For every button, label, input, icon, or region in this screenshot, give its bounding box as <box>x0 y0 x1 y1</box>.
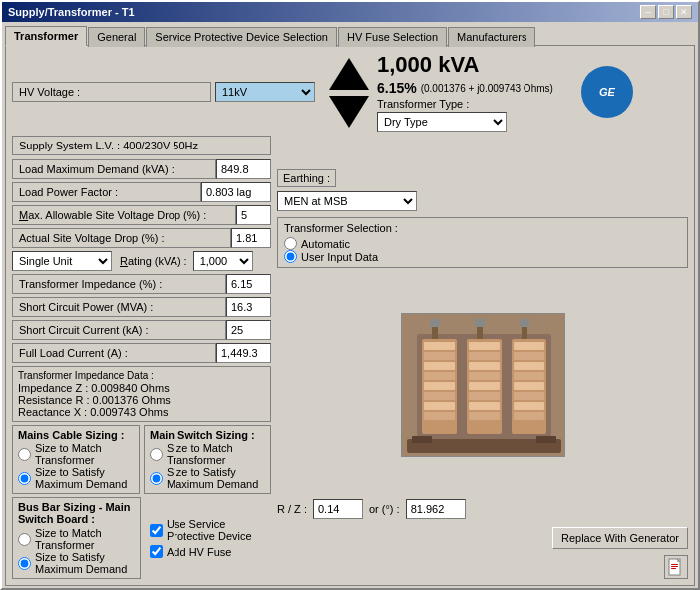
add-hv-fuse-checkbox-row: Add HV Fuse <box>150 545 266 558</box>
transformer-selection-user-input-radio[interactable] <box>284 250 297 263</box>
left-column: Load Maximum Demand (kVA) : 849.8 Load P… <box>12 159 271 579</box>
transformer-selection-automatic-row: Automatic <box>284 237 681 250</box>
replace-generator-button[interactable]: Replace With Generator <box>552 527 688 549</box>
load-max-demand-row: Load Maximum Demand (kVA) : 849.8 <box>12 159 271 179</box>
title-bar-buttons: ─ □ ✕ <box>640 5 692 19</box>
main-content: HV Voltage : 11kV 1,000 kVA 6.15% (0.001… <box>5 45 695 586</box>
tab-transformer[interactable]: Transformer <box>5 26 87 46</box>
transformer-type-select[interactable]: Dry Type <box>377 112 507 132</box>
load-pf-row: Load Power Factor : 0.803 lag <box>12 182 271 202</box>
svg-rect-9 <box>424 402 455 410</box>
busbar-checkboxes-row: Bus Bar Sizing - Main Switch Board : Siz… <box>12 497 271 579</box>
bus-bar-radio-2[interactable] <box>18 557 31 570</box>
ge-logo: GE <box>581 66 633 118</box>
max-voltage-drop-value: 5 <box>241 209 247 221</box>
rating-select[interactable]: 1,000 <box>193 251 253 271</box>
maximize-button[interactable]: □ <box>658 5 674 19</box>
actual-voltage-drop-value: 1.81 <box>236 232 257 244</box>
main-switch-radio-2[interactable] <box>150 472 163 485</box>
bottom-sections-row: Mains Cable Sizing : Size to Match Trans… <box>12 425 271 494</box>
mains-cable-option1: Size to Match Transformer <box>18 442 134 466</box>
actual-voltage-drop-row: Actual Site Voltage Drop (%) : 1.81 <box>12 228 271 248</box>
impedance-z: Impedance Z : 0.009840 Ohms <box>18 382 265 394</box>
rating-label: Rating (kVA) : <box>120 255 187 267</box>
svg-rect-41 <box>671 564 678 565</box>
supply-system-row: Supply System L.V. : 400/230V 50Hz <box>12 136 271 155</box>
svg-rect-7 <box>424 382 455 390</box>
svg-rect-31 <box>536 436 556 443</box>
ohms-display: (0.001376 + j0.009743 Ohms) <box>421 83 553 94</box>
svg-rect-19 <box>469 412 500 420</box>
tab-spd[interactable]: Service Protective Device Selection <box>146 27 337 47</box>
svg-rect-37 <box>520 319 529 327</box>
svg-rect-43 <box>671 568 676 569</box>
svg-rect-36 <box>475 319 485 327</box>
short-circuit-current-label: Short Circuit Current (kA) : <box>19 324 149 336</box>
close-window-button[interactable]: ✕ <box>676 5 692 19</box>
main-switch-option1: Size to Match Transformer <box>150 442 265 466</box>
load-pf-label: Load Power Factor : <box>19 186 118 198</box>
svg-rect-42 <box>671 566 678 567</box>
minimize-button[interactable]: ─ <box>640 5 656 19</box>
mains-cable-option2: Size to Satisfy Maximum Demand <box>18 466 134 490</box>
mains-cable-radio-1[interactable] <box>18 448 31 461</box>
load-max-demand-value: 849.8 <box>221 163 249 175</box>
full-load-current-value: 1,449.3 <box>221 347 258 359</box>
svg-rect-14 <box>469 362 500 370</box>
max-voltage-drop-row: Max. Allowable Site Voltage Drop (%) : 5 <box>12 205 271 225</box>
or-label: or (°) : <box>369 503 400 515</box>
svg-rect-4 <box>424 352 455 360</box>
add-hv-fuse-checkbox[interactable] <box>150 545 163 558</box>
hv-voltage-select[interactable]: 11kV <box>215 82 315 102</box>
svg-rect-27 <box>514 402 544 410</box>
svg-rect-28 <box>514 412 544 420</box>
short-circuit-current-row: Short Circuit Current (kA) : 25 <box>12 320 271 340</box>
right-column: Earthing : MEN at MSB Transformer Select… <box>277 159 688 579</box>
bus-bar-option2: Size to Satisfy Maximum Demand <box>18 551 135 575</box>
transformer-impedance-value: 6.15 <box>231 278 252 290</box>
replace-generator-container: Replace With Generator <box>277 527 688 549</box>
kva-display: 1,000 kVA <box>377 52 553 78</box>
resistance-r: Resistance R : 0.001376 Ohms <box>18 394 265 406</box>
hv-voltage-label: HV Voltage : <box>19 86 80 98</box>
use-spd-checkbox-row: Use Service Protective Device <box>150 518 266 542</box>
two-col-layout: Load Maximum Demand (kVA) : 849.8 Load P… <box>12 159 688 579</box>
tab-general[interactable]: General <box>88 27 145 47</box>
or-value: 81.962 <box>411 503 445 515</box>
bus-bar-title: Bus Bar Sizing - Main Switch Board : <box>18 501 135 525</box>
transformer-selection-automatic-radio[interactable] <box>284 237 297 250</box>
tab-hv-fuse[interactable]: HV Fuse Selection <box>338 27 447 47</box>
transformer-selection-user-input-row: User Input Data <box>284 250 681 263</box>
short-circuit-power-row: Short Circuit Power (MVA) : 16.3 <box>12 297 271 317</box>
svg-rect-3 <box>424 342 455 350</box>
mains-cable-title: Mains Cable Sizing : <box>18 429 134 441</box>
svg-rect-6 <box>424 372 455 380</box>
svg-rect-22 <box>514 352 544 360</box>
svg-rect-35 <box>430 319 440 327</box>
short-circuit-power-label: Short Circuit Power (MVA) : <box>19 301 153 313</box>
mains-cable-sizing-section: Mains Cable Sizing : Size to Match Trans… <box>12 425 140 494</box>
mains-cable-radio-2[interactable] <box>18 472 31 485</box>
main-switch-radio-1[interactable] <box>150 448 163 461</box>
use-spd-checkbox[interactable] <box>150 524 163 537</box>
transformer-impedance-label: Transformer Impedance (%) : <box>19 278 162 290</box>
main-switch-option2: Size to Satisfy Maximum Demand <box>150 466 265 490</box>
impedance-data-title: Transformer Impedance Data : <box>18 370 265 381</box>
earthing-label-box: Earthing : <box>277 169 336 187</box>
pdf-icon-button[interactable] <box>664 555 688 579</box>
checkboxes-section: Use Service Protective Device Add HV Fus… <box>145 497 271 579</box>
bus-bar-radio-1[interactable] <box>18 533 31 546</box>
svg-rect-16 <box>469 382 500 390</box>
bus-bar-sizing-section: Bus Bar Sizing - Main Switch Board : Siz… <box>12 497 141 579</box>
unit-type-select[interactable]: Single Unit <box>12 251 112 271</box>
transformer-selection-section: Transformer Selection : Automatic User I… <box>277 217 688 268</box>
rz-label: R / Z : <box>277 503 307 515</box>
title-bar: Supply/Transformer - T1 ─ □ ✕ <box>2 2 698 22</box>
tab-manufacturers[interactable]: Manufacturers <box>448 27 535 47</box>
svg-rect-26 <box>514 392 544 400</box>
load-pf-value: 0.803 lag <box>206 186 251 198</box>
transformer-image <box>401 313 565 457</box>
svg-rect-5 <box>424 362 455 370</box>
earthing-select[interactable]: MEN at MSB <box>277 191 417 211</box>
earthing-label: Earthing : <box>283 172 330 184</box>
